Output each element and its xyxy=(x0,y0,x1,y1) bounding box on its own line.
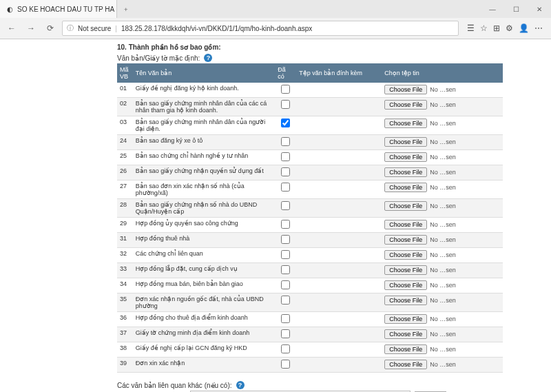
minimize-button[interactable]: — xyxy=(481,0,504,18)
choose-file-button[interactable]: Choose File xyxy=(384,314,427,324)
file-status: No …sen xyxy=(430,86,456,93)
cell-ten: Bản sao giấy chứng minh nhân dân của ngư… xyxy=(133,116,276,135)
daco-checkbox[interactable] xyxy=(281,137,290,146)
table-row: 29Hợp đồng ủy quyền sao công chứngChoose… xyxy=(117,218,503,233)
close-window-button[interactable]: ✕ xyxy=(528,0,551,18)
cell-chon: Choose FileNo …sen xyxy=(382,150,503,165)
choose-file-button[interactable]: Choose File xyxy=(384,220,427,229)
daco-checkbox[interactable] xyxy=(281,152,290,161)
daco-checkbox[interactable] xyxy=(281,85,290,94)
new-tab-button[interactable]: + xyxy=(117,6,135,13)
cell-chon: Choose FileNo …sen xyxy=(382,263,503,278)
daco-checkbox[interactable] xyxy=(281,296,290,305)
cell-ten: Hợp đồng cho thuê địa điểm kinh doanh xyxy=(133,312,276,327)
cell-ten: Các chứng chỉ liên quan xyxy=(133,248,276,263)
choose-file-button[interactable]: Choose File xyxy=(384,235,427,245)
daco-checkbox[interactable] xyxy=(281,183,290,192)
file-status: No …sen xyxy=(430,169,456,176)
cell-ten: Hợp đồng mua bán, biên bản bàn giao xyxy=(133,278,276,293)
cell-ma: 39 xyxy=(117,358,133,373)
cell-ten: Hợp đồng thuê nhà xyxy=(133,233,276,248)
back-button[interactable]: ← xyxy=(4,21,19,36)
daco-checkbox[interactable] xyxy=(281,100,290,109)
profile-icon[interactable]: 👤 xyxy=(519,23,529,33)
choose-file-button[interactable]: Choose File xyxy=(384,100,427,110)
refresh-button[interactable]: ⟳ xyxy=(43,21,58,36)
cell-ten: Bản sao giấy chứng nhận quyền sử dụng đấ… xyxy=(133,165,276,180)
extensions-icon[interactable]: ⊞ xyxy=(493,23,500,33)
cell-daco xyxy=(275,165,296,180)
daco-checkbox[interactable] xyxy=(281,344,290,353)
cell-daco xyxy=(275,199,296,218)
choose-file-button[interactable]: Choose File xyxy=(384,152,427,162)
daco-checkbox[interactable] xyxy=(281,265,290,274)
daco-checkbox[interactable] xyxy=(281,250,290,259)
cell-daco xyxy=(275,98,296,116)
cell-ma: 31 xyxy=(117,233,133,248)
file-status: No …sen xyxy=(430,346,456,353)
choose-file-button[interactable]: Choose File xyxy=(384,265,427,275)
cell-tep xyxy=(296,233,382,248)
cell-ma: 29 xyxy=(117,218,133,233)
choose-file-button[interactable]: Choose File xyxy=(384,280,427,290)
cell-tep xyxy=(296,293,382,312)
th-ten: Tên Văn bản xyxy=(133,63,276,83)
choose-file-button[interactable]: Choose File xyxy=(384,118,427,128)
cell-tep xyxy=(296,83,382,98)
cell-ten: Hợp đồng ủy quyền sao công chứng xyxy=(133,218,276,233)
choose-file-button[interactable]: Choose File xyxy=(384,250,427,260)
menu-icon[interactable]: ⋯ xyxy=(534,23,543,33)
choose-file-button[interactable]: Choose File xyxy=(384,329,427,339)
settings-icon[interactable]: ⚙ xyxy=(506,23,513,33)
choose-file-button[interactable]: Choose File xyxy=(384,201,427,211)
choose-file-button[interactable]: Choose File xyxy=(384,296,427,305)
daco-checkbox[interactable] xyxy=(281,360,290,369)
cell-tep xyxy=(296,180,382,199)
daco-checkbox[interactable] xyxy=(281,167,290,176)
cell-tep xyxy=(296,248,382,263)
file-status: No …sen xyxy=(430,236,456,243)
table-row: 28Bản sao giấy chứng nhận số nhà do UBND… xyxy=(117,199,503,218)
cell-ma: 27 xyxy=(117,180,133,199)
daco-checkbox[interactable] xyxy=(281,235,290,244)
daco-checkbox[interactable] xyxy=(281,118,290,127)
choose-file-button[interactable]: Choose File xyxy=(384,85,427,94)
daco-checkbox[interactable] xyxy=(281,329,290,338)
cell-ten: Hợp đồng lắp đặt, cung cấp dịch vụ xyxy=(133,263,276,278)
cell-chon: Choose FileNo …sen xyxy=(382,278,503,293)
url-text: 183.25.28.178/dkkdqh/vi-vn/DKKD/1/1/qm/h… xyxy=(121,25,312,32)
cell-tep xyxy=(296,327,382,342)
cell-tep xyxy=(296,312,382,327)
daco-checkbox[interactable] xyxy=(281,314,290,323)
choose-file-button[interactable]: Choose File xyxy=(384,183,427,192)
choose-file-button[interactable]: Choose File xyxy=(384,167,427,177)
daco-checkbox[interactable] xyxy=(281,280,290,289)
cell-daco xyxy=(275,248,296,263)
cell-ten: Đơn xác nhận nguồn gốc đất, nhà của UBND… xyxy=(133,293,276,312)
choose-file-button[interactable]: Choose File xyxy=(384,360,427,369)
reading-list-icon[interactable]: ☰ xyxy=(467,23,475,33)
help-icon[interactable]: ? xyxy=(204,54,212,62)
file-status: No …sen xyxy=(430,184,456,191)
table-row: 33Hợp đồng lắp đặt, cung cấp dịch vụChoo… xyxy=(117,263,503,278)
url-field[interactable]: ⓘ Not secure | 183.25.28.178/dkkdqh/vi-v… xyxy=(62,21,459,36)
cell-tep xyxy=(296,278,382,293)
cell-daco xyxy=(275,180,296,199)
daco-checkbox[interactable] xyxy=(281,201,290,210)
help-icon[interactable]: ? xyxy=(236,381,245,389)
other-docs-label: Các văn bản liên quan khác (nếu có): xyxy=(117,382,232,389)
cell-ten: Giấy đề nghị đăng ký hộ kinh doanh. xyxy=(133,83,276,98)
file-status: No …sen xyxy=(430,267,456,274)
table-row: 36Hợp đồng cho thuê địa điểm kinh doanhC… xyxy=(117,312,503,327)
globe-icon: ◐ xyxy=(7,6,13,13)
daco-checkbox[interactable] xyxy=(281,220,290,229)
cell-tep xyxy=(296,218,382,233)
forward-button[interactable]: → xyxy=(23,21,39,36)
choose-file-button[interactable]: Choose File xyxy=(384,344,427,354)
choose-file-button[interactable]: Choose File xyxy=(384,137,427,147)
browser-tab[interactable]: ◐ SO KE HOACH DAU TU TP HA N × xyxy=(0,0,117,18)
favorites-icon[interactable]: ☆ xyxy=(480,23,488,33)
cell-ma: 32 xyxy=(117,248,133,263)
maximize-button[interactable]: ☐ xyxy=(504,0,528,18)
th-chon: Chọn tệp tin xyxy=(382,63,503,83)
